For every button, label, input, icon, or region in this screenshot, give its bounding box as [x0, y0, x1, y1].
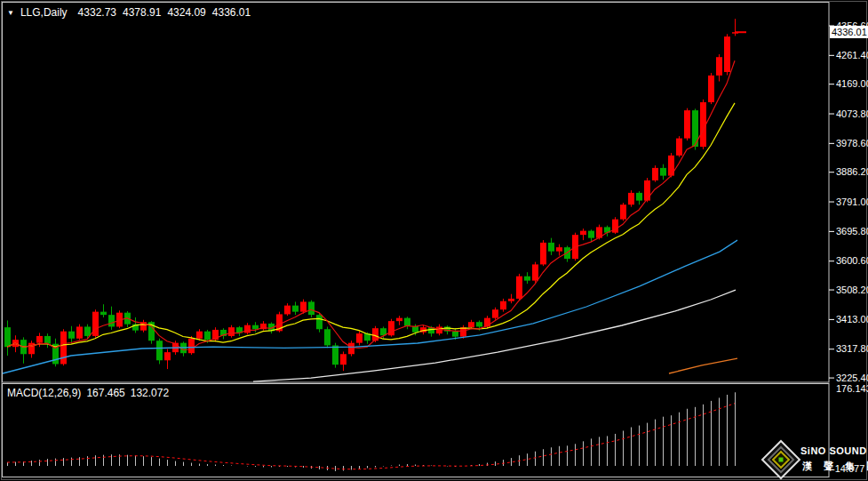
price-axis-label: 4169.00 — [836, 78, 868, 90]
price-axis-label: 3508.20 — [836, 285, 868, 296]
close-value: 4336.01 — [212, 6, 251, 19]
candlestick-chart-canvas[interactable] — [0, 0, 868, 481]
macd-main-value: 167.465 — [86, 387, 124, 399]
macd-signal-line — [7, 404, 735, 469]
ma-yellow-line — [7, 103, 735, 347]
price-axis-label: 4073.80 — [836, 108, 868, 120]
low-value: 4324.09 — [167, 6, 205, 19]
price-axis-label: 3225.40 — [836, 373, 868, 384]
price-axis-label: 3317.80 — [836, 343, 868, 355]
sino-sound-logo-icon — [760, 439, 801, 480]
price-axis-label: 3695.80 — [836, 226, 868, 237]
watermark-brand-chinese-text: 漢 聲 集 團 — [802, 460, 868, 473]
watermark: SiNO SOUND 漢 聲 集 團 — [760, 439, 868, 480]
watermark-brand-text: SiNO SOUND — [800, 445, 867, 456]
price-axis-label: 4261.40 — [836, 50, 868, 61]
macd-scale-max-label: 176.143 — [836, 383, 868, 395]
macd-signal-value: 132.072 — [131, 387, 169, 399]
ma-orange-line — [669, 358, 737, 373]
price-axis-label: 3791.00 — [836, 196, 868, 208]
price-axis-label: 3886.20 — [836, 166, 868, 178]
open-value: 4332.73 — [78, 6, 116, 19]
price-axis-label: 3413.00 — [836, 314, 868, 325]
macd-header: MACD(12,26,9)167.465132.072 — [7, 387, 174, 399]
chart-header: ▼LLG,Daily4332.734378.914324.094336.01 — [7, 6, 257, 19]
current-price-badge: 4336.01 — [830, 26, 868, 38]
collapse-triangle-icon[interactable]: ▼ — [7, 9, 14, 17]
macd-label: MACD(12,26,9) — [7, 387, 81, 399]
ma-blue-line — [3, 240, 737, 373]
high-value: 4378.91 — [123, 6, 161, 19]
price-axis-label: 3978.60 — [836, 138, 868, 149]
trading-chart-window: ▼LLG,Daily4332.734378.914324.094336.01 M… — [0, 0, 868, 481]
price-axis-label: 3600.60 — [836, 255, 868, 267]
symbol-period-label: LLG,Daily — [20, 6, 68, 19]
